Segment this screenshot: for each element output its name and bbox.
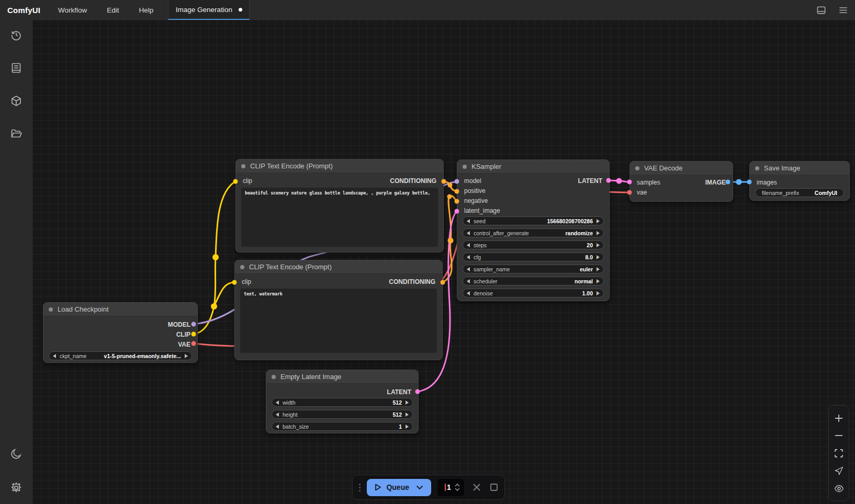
next-value-icon[interactable] xyxy=(597,279,600,283)
node-title: KSampler xyxy=(471,163,501,170)
prev-value-icon[interactable] xyxy=(53,354,56,358)
batch-count-input[interactable]: 1 xyxy=(437,479,464,496)
widget-ckpt-name[interactable]: ckpt_name v1-5-pruned-emaonly.safete... xyxy=(49,351,192,360)
widget-filename-prefix[interactable]: filename_prefix ComfyUI xyxy=(755,188,844,197)
widget-control-after-generate[interactable]: control_after_generate randomize xyxy=(463,228,604,237)
prev-value-icon[interactable] xyxy=(467,243,470,247)
prev-value-icon[interactable] xyxy=(276,400,279,405)
zoom-in-icon[interactable] xyxy=(834,413,844,423)
next-value-icon[interactable] xyxy=(597,267,600,271)
widget-height[interactable]: height 512 xyxy=(272,410,413,419)
reroute-dot[interactable] xyxy=(448,238,454,244)
menu-edit[interactable]: Edit xyxy=(107,6,119,14)
links-visibility-eye-icon[interactable] xyxy=(834,483,844,494)
prev-value-icon[interactable] xyxy=(467,255,470,259)
next-value-icon[interactable] xyxy=(597,219,600,223)
collapse-dot-icon[interactable] xyxy=(241,164,245,168)
next-value-icon[interactable] xyxy=(597,243,600,247)
next-value-icon[interactable] xyxy=(597,255,600,259)
next-value-icon[interactable] xyxy=(185,354,188,358)
left-sidebar xyxy=(0,20,32,504)
tab-image-generation[interactable]: Image Generation xyxy=(168,0,250,20)
collapse-dot-icon[interactable] xyxy=(49,307,53,312)
node-clip-text-encode-positive[interactable]: CLIP Text Encode (Prompt) clip CONDITION… xyxy=(235,159,444,253)
node-header[interactable]: Load Checkpoint xyxy=(43,303,197,316)
node-header[interactable]: CLIP Text Encode (Prompt) xyxy=(236,159,443,173)
next-value-icon[interactable] xyxy=(406,425,409,429)
collapse-dot-icon[interactable] xyxy=(240,265,244,269)
collapse-dot-icon[interactable] xyxy=(635,166,639,170)
chevron-down-icon[interactable] xyxy=(416,485,423,490)
stop-square-icon[interactable] xyxy=(490,483,498,491)
node-ksampler[interactable]: KSampler model LATENT positive negative … xyxy=(457,159,610,301)
node-save-image[interactable]: Save Image images filename_prefix ComfyU… xyxy=(749,161,850,201)
theme-moon-icon[interactable] xyxy=(9,447,23,461)
widget-seed[interactable]: seed 156680208700286 xyxy=(463,216,604,225)
node-graph-canvas[interactable]: Load Checkpoint MODEL CLIP VAE ckpt_name… xyxy=(32,20,855,504)
next-value-icon[interactable] xyxy=(597,291,600,295)
prompt-textarea[interactable]: text, watermark xyxy=(240,289,437,353)
widget-denoise[interactable]: denoise 1.00 xyxy=(463,289,604,297)
node-vae-decode[interactable]: VAE Decode samples IMAGE vae xyxy=(629,161,733,202)
next-value-icon[interactable] xyxy=(406,413,409,417)
model-library-icon[interactable] xyxy=(9,94,23,108)
collapse-dot-icon[interactable] xyxy=(463,165,467,169)
clear-queue-x-icon[interactable] xyxy=(473,483,481,491)
queue-button[interactable]: Queue xyxy=(367,479,431,496)
bottom-panel-icon[interactable] xyxy=(816,5,826,15)
widget-scheduler[interactable]: scheduler normal xyxy=(463,277,604,285)
prev-value-icon[interactable] xyxy=(276,413,279,417)
prompt-textarea[interactable]: beautiful scenery nature glass bottle la… xyxy=(241,188,438,247)
menu-workflow[interactable]: Workflow xyxy=(58,6,87,14)
queue-list-icon[interactable] xyxy=(9,61,23,75)
node-empty-latent-image[interactable]: Empty Latent Image LATENT width 512 heig… xyxy=(266,370,419,433)
widget-steps[interactable]: steps 20 xyxy=(463,240,604,249)
reroute-dot[interactable] xyxy=(447,194,452,199)
prev-value-icon[interactable] xyxy=(467,267,470,271)
node-header[interactable]: Empty Latent Image xyxy=(266,370,418,384)
widget-cfg[interactable]: cfg 8.0 xyxy=(463,253,604,261)
node-header[interactable]: CLIP Text Encode (Prompt) xyxy=(235,260,442,274)
node-header[interactable]: VAE Decode xyxy=(630,162,733,175)
next-value-icon[interactable] xyxy=(406,400,409,405)
top-menubar: ComfyUI Workflow Edit Help Image Generat… xyxy=(0,0,855,20)
slot-row-negative: negative xyxy=(457,196,609,205)
select-cursor-icon[interactable] xyxy=(834,466,844,476)
prev-value-icon[interactable] xyxy=(276,425,279,429)
decrement-icon[interactable] xyxy=(455,488,460,491)
collapse-dot-icon[interactable] xyxy=(272,375,276,379)
history-icon[interactable] xyxy=(9,28,23,42)
next-value-icon[interactable] xyxy=(597,231,600,235)
workflows-folder-icon[interactable] xyxy=(9,127,23,141)
menu-help[interactable]: Help xyxy=(139,6,154,14)
node-header[interactable]: KSampler xyxy=(457,160,609,174)
reroute-dot[interactable] xyxy=(448,183,453,188)
output-row-latent: LATENT xyxy=(266,387,418,397)
wire-conditioning-negative xyxy=(443,196,457,282)
fit-view-icon[interactable] xyxy=(834,448,844,459)
node-clip-text-encode-negative[interactable]: CLIP Text Encode (Prompt) clip CONDITION… xyxy=(234,260,443,360)
reroute-dot[interactable] xyxy=(736,179,742,185)
reroute-dot[interactable] xyxy=(616,178,622,184)
collapse-dot-icon[interactable] xyxy=(755,166,759,170)
reroute-dot[interactable] xyxy=(211,303,217,310)
toolbar-drag-handle[interactable] xyxy=(359,484,361,491)
prev-value-icon[interactable] xyxy=(467,291,470,295)
reroute-dot[interactable] xyxy=(212,254,219,260)
widget-sampler-name[interactable]: sampler_name euler xyxy=(463,265,604,273)
prev-value-icon[interactable] xyxy=(467,279,470,283)
hamburger-menu-icon[interactable] xyxy=(838,5,848,15)
settings-gear-icon[interactable] xyxy=(9,481,23,495)
prev-value-icon[interactable] xyxy=(467,219,470,223)
output-row-clip: CLIP xyxy=(43,329,197,339)
zoom-out-icon[interactable] xyxy=(834,430,844,441)
output-row-model: MODEL xyxy=(43,319,197,329)
node-header[interactable]: Save Image xyxy=(750,162,849,175)
widget-batch-size[interactable]: batch_size 1 xyxy=(272,422,413,431)
prev-value-icon[interactable] xyxy=(467,231,470,235)
increment-icon[interactable] xyxy=(455,484,460,487)
widget-width[interactable]: width 512 xyxy=(272,398,413,407)
node-load-checkpoint[interactable]: Load Checkpoint MODEL CLIP VAE ckpt_name… xyxy=(43,302,198,363)
node-title: Save Image xyxy=(764,164,800,172)
queue-toolbar: Queue 1 xyxy=(352,475,505,500)
